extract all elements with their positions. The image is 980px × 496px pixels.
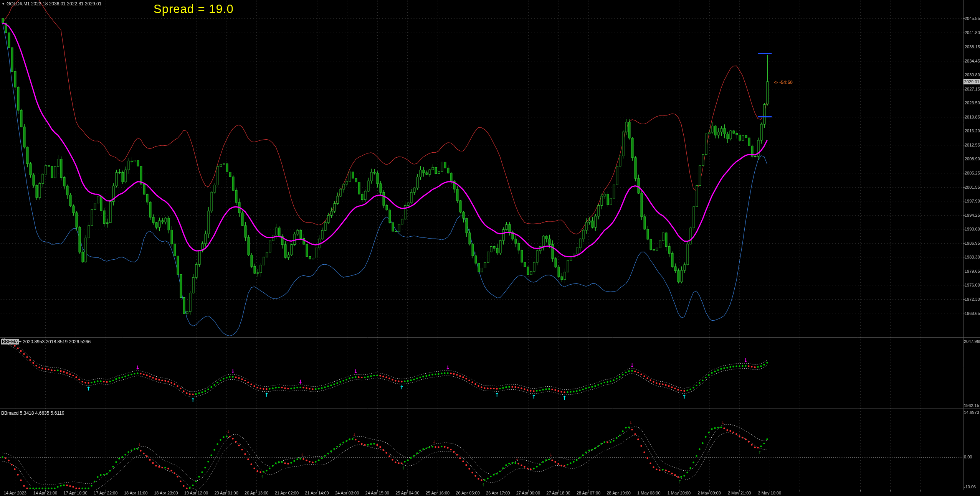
time-axis-label: 26 Apr 05:00 [456, 491, 479, 495]
symbol-ohlc-text: GOLD#,M1 2023.18 2036.01 2022.81 2029.01 [7, 1, 102, 7]
price-axis-label: 2038.15 [965, 44, 980, 49]
time-axis-label: 21 Apr 02:00 [275, 491, 299, 495]
price-axis-label: 2041.80 [965, 30, 980, 35]
symbol-marker-icon: ▼ [2, 2, 5, 6]
time-axis-label: 20 Apr 01:00 [214, 491, 238, 495]
time-axis-label: 2 May 21:00 [728, 491, 751, 495]
time-axis-label: 28 Apr 19:00 [607, 491, 630, 495]
price-scale[interactable]: 2045.552041.802038.152034.452030.802027.… [964, 0, 980, 337]
price-axis-label: 1972.30 [965, 297, 980, 302]
price-axis-label: 1968.65 [965, 311, 980, 316]
time-axis-label: 21 Apr 14:00 [305, 491, 329, 495]
time-axis-label: 17 Apr 22:00 [94, 491, 117, 495]
indicator-label-bbema[interactable]: BBEMA+ 2020.8953 2018.8519 2026.5266 [1, 339, 91, 344]
price-axis-label: 2027.15 [965, 87, 980, 91]
time-axis-label: 24 Apr 15:00 [365, 491, 389, 495]
price-axis-label: 2008.90 [965, 157, 980, 161]
price-axis-label: 2045.55 [965, 16, 980, 21]
time-axis-label: 18 Apr 11:00 [124, 491, 148, 495]
price-axis-label: 2005.25 [965, 171, 980, 175]
indicator-suffix-bbema: + [19, 339, 21, 344]
indicator-label-bbmacd[interactable]: BBmacd 5.3418 4.6635 5.6119 [1, 410, 64, 416]
price-axis-label: 1979.65 [965, 269, 980, 274]
time-axis-label: 3 May 10:00 [758, 491, 782, 495]
symbol-ohlc-info: ▼GOLD#,M1 2023.18 2036.01 2022.81 2029.0… [2, 1, 101, 7]
chart-canvas[interactable] [0, 0, 980, 496]
price-axis-label: 1997.90 [965, 199, 980, 203]
bid-price-box: 2029.01 [963, 79, 980, 84]
time-axis-label: 1 May 20:00 [668, 491, 691, 495]
price-axis-label: 1994.25 [965, 213, 980, 218]
price-axis-label: 2030.80 [965, 73, 980, 77]
bbema-scale-bottom: 1962.1572 [964, 403, 980, 408]
bbmacd-scale-zero: 0.00 [964, 455, 972, 459]
indicator-values-bbema: 2020.8953 2018.8519 2026.5266 [23, 339, 91, 344]
time-axis-label: 24 Apr 03:00 [335, 491, 359, 495]
indicator-name-bbema: BBEMA [1, 339, 19, 344]
price-axis-label: 2034.45 [965, 59, 980, 63]
candle-countdown-label: <- -54:50 [774, 80, 793, 85]
price-axis-label: 1990.60 [965, 227, 980, 231]
price-axis-label: 1983.30 [965, 255, 980, 259]
bbema-scale-top: 2047.965 [964, 339, 980, 344]
time-axis-label: 20 Apr 13:00 [245, 491, 268, 495]
price-axis-label: 1976.00 [965, 283, 980, 287]
price-axis-label: 2016.20 [965, 129, 980, 133]
indicator-name-bbmacd: BBmacd [1, 410, 18, 416]
price-axis-label: 2023.50 [965, 101, 980, 105]
price-axis-label: 2001.55 [965, 185, 980, 190]
time-axis-label: 2 May 09:00 [697, 491, 721, 495]
time-axis-label: 27 Apr 06:00 [516, 491, 540, 495]
price-axis-label: 1986.95 [965, 241, 980, 246]
bbmacd-scale-top: 14.6973 [964, 410, 979, 415]
time-axis-label: 25 Apr 04:00 [395, 491, 419, 495]
time-axis-label: 14 Apr 2023 [4, 491, 26, 495]
bbmacd-scale-bottom: -10.06 [964, 484, 976, 489]
time-axis-label: 1 May 08:00 [637, 491, 661, 495]
time-axis-label: 27 Apr 18:00 [546, 491, 570, 495]
indicator-values-bbmacd: 5.3418 4.6635 5.6119 [20, 410, 64, 416]
price-axis-label: 2019.85 [965, 115, 980, 119]
price-axis-label: 2012.55 [965, 143, 980, 147]
time-axis-label: 19 Apr 12:00 [184, 491, 208, 495]
time-axis[interactable]: 14 Apr 202314 Apr 21:0017 Apr 10:0017 Ap… [0, 491, 980, 496]
time-axis-label: 14 Apr 21:00 [33, 491, 57, 495]
mt4-chart-window: ▼GOLD#,M1 2023.18 2036.01 2022.81 2029.0… [0, 0, 980, 496]
time-axis-label: 25 Apr 16:00 [426, 491, 450, 495]
spread-label: Spread = 19.0 [154, 2, 234, 16]
time-axis-label: 18 Apr 23:00 [154, 491, 178, 495]
time-axis-label: 17 Apr 10:00 [63, 491, 87, 495]
time-axis-label: 28 Apr 07:00 [577, 491, 600, 495]
time-axis-label: 26 Apr 17:00 [486, 491, 510, 495]
